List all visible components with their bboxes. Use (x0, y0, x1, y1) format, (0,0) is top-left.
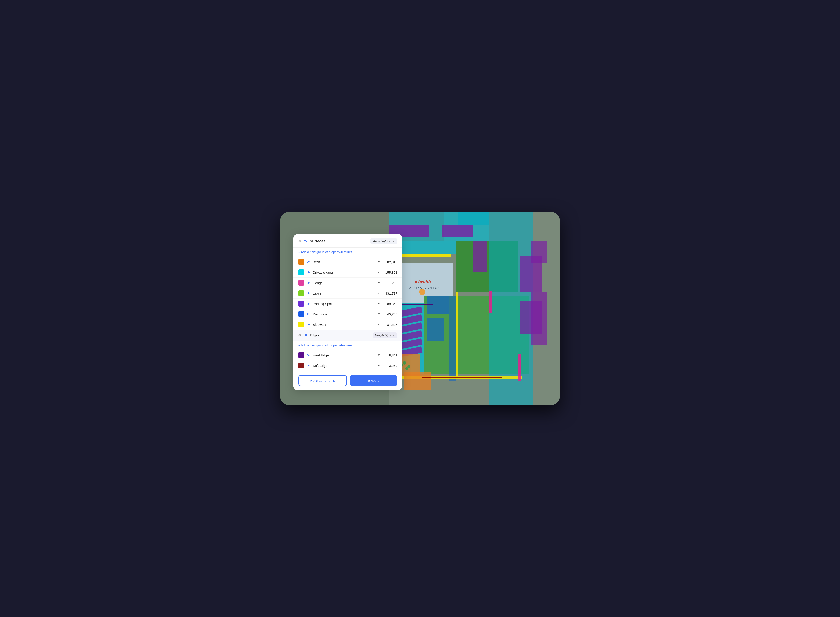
color-swatch (298, 311, 304, 317)
eye-icon: 👁 (304, 239, 307, 243)
length-chevron-up: ▲ (389, 334, 391, 337)
visibility-icon[interactable]: 👁 (307, 323, 310, 326)
svg-rect-41 (458, 212, 489, 225)
length-chevron-down: ▼ (393, 334, 395, 337)
visibility-icon[interactable]: 👁 (307, 312, 310, 316)
item-chevron[interactable]: ▼ (378, 354, 380, 357)
length-dropdown[interactable]: Length (ft) ▲ ▼ (373, 332, 397, 338)
item-value: 8,341 (383, 353, 397, 357)
item-value: 87,547 (383, 323, 397, 326)
color-swatch (298, 322, 304, 328)
svg-text:uchealth: uchealth (413, 279, 431, 284)
item-label: Hard Edge (313, 353, 375, 357)
item-label: Parking Spot (313, 302, 375, 306)
svg-point-32 (403, 361, 406, 365)
visibility-icon[interactable]: 👁 (307, 270, 310, 274)
edges-icon: ✏ (298, 333, 301, 338)
svg-rect-25 (427, 319, 444, 341)
panel-footer: More actions ▲ Export (294, 371, 402, 390)
app-container: uchealth TRAINING CENTER (280, 212, 560, 405)
visibility-icon[interactable]: 👁 (307, 364, 310, 368)
surfaces-dropdown[interactable]: Surfaces (310, 239, 326, 244)
add-group-link-surfaces[interactable]: + Add a new group of property-features (294, 248, 402, 257)
svg-rect-24 (427, 296, 449, 314)
item-label: Beds (313, 260, 375, 264)
item-chevron[interactable]: ▼ (378, 260, 380, 263)
item-value: 3,269 (383, 364, 397, 368)
area-dropdown[interactable]: Area (sqft) ▲ ▼ (371, 238, 397, 244)
svg-rect-42 (531, 292, 546, 345)
color-swatch (298, 363, 304, 368)
svg-point-5 (419, 289, 425, 295)
svg-point-35 (405, 367, 408, 370)
surface-row: 👁 Hedge ▼ 288 (294, 278, 402, 288)
item-label: Hedge (313, 281, 375, 285)
surface-row: 👁 Drivable Area ▼ 155,821 (294, 267, 402, 278)
item-chevron[interactable]: ▼ (378, 281, 380, 284)
edge-row: 👁 Hard Edge ▼ 8,341 (294, 350, 402, 360)
panel-header: ✏ 👁 Surfaces Area (sqft) ▲ ▼ (294, 234, 402, 248)
color-swatch (298, 280, 304, 286)
visibility-icon[interactable]: 👁 (307, 291, 310, 295)
edges-label: Edges (310, 334, 319, 337)
length-label: Length (ft) (375, 334, 388, 337)
svg-rect-43 (531, 241, 546, 263)
svg-rect-37 (489, 291, 492, 313)
surfaces-label: Surfaces (310, 239, 326, 244)
svg-rect-20 (442, 225, 473, 238)
visibility-icon[interactable]: 👁 (307, 302, 310, 306)
edge-row: 👁 Soft Edge ▼ 3,269 (294, 360, 402, 371)
svg-rect-29 (456, 292, 458, 376)
svg-rect-21 (473, 241, 487, 272)
item-value: 155,821 (383, 270, 397, 274)
area-label: Area (sqft) (373, 239, 388, 243)
color-swatch (298, 259, 304, 265)
svg-point-33 (407, 365, 410, 368)
item-chevron[interactable]: ▼ (378, 292, 380, 295)
sidebar-panel: ✏ 👁 Surfaces Area (sqft) ▲ ▼ + Add a new… (294, 234, 402, 390)
export-label: Export (368, 379, 379, 382)
more-actions-button[interactable]: More actions ▲ (298, 375, 347, 386)
color-swatch (298, 269, 304, 275)
visibility-icon[interactable]: 👁 (307, 260, 310, 264)
chevron-down-icon: ▼ (392, 240, 395, 243)
item-label: Lawn (313, 291, 375, 295)
item-label: Drivable Area (313, 270, 375, 274)
item-chevron[interactable]: ▼ (378, 313, 380, 316)
item-label: Pavement (313, 312, 375, 316)
item-chevron[interactable]: ▼ (378, 364, 380, 367)
item-value: 288 (383, 281, 397, 285)
add-group-link-edges[interactable]: + Add a new group of property-features (294, 341, 402, 350)
item-value: 102,015 (383, 260, 397, 264)
surface-row: 👁 Beds ▼ 102,015 (294, 257, 402, 267)
more-actions-label: More actions (310, 379, 330, 382)
item-label: Sidewalk (313, 323, 375, 326)
edges-section-header: ✏ 👁 Edges Length (ft) ▲ ▼ (294, 330, 402, 341)
edit-icon: ✏ (298, 239, 302, 244)
color-swatch (298, 290, 304, 296)
item-chevron[interactable]: ▼ (378, 323, 380, 326)
item-chevron[interactable]: ▼ (378, 271, 380, 274)
surface-row: 👁 Sidewalk ▼ 87,547 (294, 319, 402, 330)
svg-rect-36 (518, 354, 521, 381)
item-value: 331,727 (383, 291, 397, 295)
edge-rows-container: 👁 Hard Edge ▼ 8,341 👁 Soft Edge ▼ 3,269 (294, 350, 402, 371)
edges-eye-icon: 👁 (304, 334, 307, 337)
surface-row: 👁 Parking Spot ▼ 89,369 (294, 298, 402, 309)
export-button[interactable]: Export (350, 375, 397, 386)
item-chevron[interactable]: ▼ (378, 302, 380, 305)
svg-rect-40 (422, 377, 502, 378)
chevron-up-icon: ▲ (388, 240, 391, 243)
color-swatch (298, 352, 304, 358)
surface-row: 👁 Lawn ▼ 331,727 (294, 288, 402, 298)
svg-text:TRAINING CENTER: TRAINING CENTER (404, 286, 440, 289)
svg-rect-26 (449, 296, 456, 381)
item-value: 89,369 (383, 302, 397, 306)
more-actions-icon: ▲ (332, 379, 335, 382)
visibility-icon[interactable]: 👁 (307, 353, 310, 357)
surface-row: 👁 Pavement ▼ 49,738 (294, 309, 402, 319)
svg-rect-31 (404, 372, 431, 390)
surface-rows-container: 👁 Beds ▼ 102,015 👁 Drivable Area ▼ 155,8… (294, 257, 402, 330)
visibility-icon[interactable]: 👁 (307, 281, 310, 285)
item-value: 49,738 (383, 312, 397, 316)
